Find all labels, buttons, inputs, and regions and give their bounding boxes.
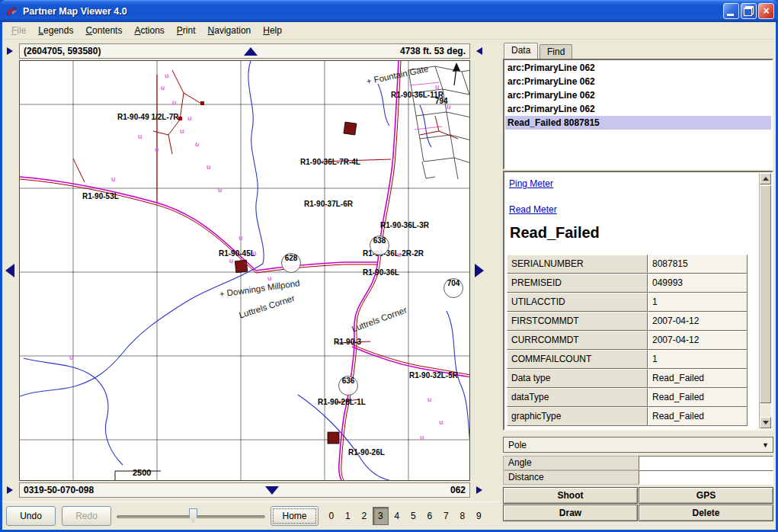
attribute-name: SERIALNUMBER: [507, 255, 648, 274]
triangle-down-icon: [763, 421, 769, 425]
attribute-value: 2007-04-12: [648, 312, 748, 331]
cursor-coordinates: (2604705, 593580): [24, 46, 101, 56]
pan-left-button[interactable]: [5, 264, 14, 277]
service-point-symbol: u: [435, 83, 440, 91]
map-label: R1-90-36L-11R: [391, 91, 443, 99]
page-button-2[interactable]: 2: [356, 507, 373, 525]
pan-corner-bottom-left-button[interactable]: [3, 483, 17, 497]
map-overlay: + Fountain GateR1-90-36L-11R794R1-90-49 …: [20, 61, 469, 480]
service-point-symbol: u: [427, 396, 432, 404]
menu-print[interactable]: Print: [171, 23, 202, 38]
attribute-row: dataTypeRead_Failed: [507, 388, 748, 407]
service-point-symbol: u: [420, 434, 424, 441]
attribute-row: CURRCOMMDT2007-04-12: [507, 331, 748, 350]
service-point-symbol: u: [217, 186, 223, 194]
attribute-value: Read_Failed: [648, 369, 748, 388]
read-meter-link[interactable]: Read Meter: [509, 204, 557, 215]
attribute-row: COMMFAILCOUNT1: [507, 350, 748, 369]
titlebar[interactable]: Partner Map Viewer 4.0 ×: [0, 0, 778, 22]
minimize-button[interactable]: [723, 3, 739, 19]
gps-button[interactable]: GPS: [639, 487, 773, 504]
map-canvas[interactable]: + Fountain GateR1-90-36L-11R794R1-90-49 …: [19, 60, 470, 481]
menu-help[interactable]: Help: [257, 23, 288, 38]
home-button[interactable]: Home: [271, 506, 319, 526]
menu-actions[interactable]: Actions: [128, 23, 170, 38]
attribute-value: 049993: [648, 274, 748, 293]
scale-heading-readout: 4738 ft. 53 deg.: [400, 46, 466, 56]
page-button-9[interactable]: 9: [471, 507, 488, 525]
list-item[interactable]: arc:PrimaryLine 062: [505, 61, 771, 75]
attribute-name: FIRSTCOMMDT: [507, 312, 648, 331]
list-item[interactable]: arc:PrimaryLine 062: [505, 102, 771, 116]
page-button-4[interactable]: 4: [389, 507, 405, 525]
attribute-name: PREMISEID: [507, 274, 648, 293]
menu-navigation[interactable]: Navigation: [202, 23, 258, 38]
redo-button[interactable]: Redo: [62, 506, 111, 526]
app-icon: [6, 5, 18, 18]
service-point-symbol: u: [154, 145, 160, 153]
service-point-symbol: u: [229, 256, 235, 264]
map-label: R1-90-53L: [82, 192, 119, 200]
tab-bar: Data Find: [503, 41, 773, 59]
service-point-symbol: u: [187, 114, 192, 122]
map-label: Luttrels Corner: [238, 293, 296, 320]
map-left-strip: [2, 60, 18, 481]
map-label: Luttrels Corner: [351, 305, 408, 333]
list-item[interactable]: arc:PrimaryLine 062: [505, 75, 771, 88]
pan-down-button[interactable]: [265, 486, 279, 495]
slider-thumb[interactable]: [189, 508, 197, 523]
distance-input[interactable]: [639, 470, 773, 485]
angle-input[interactable]: [639, 456, 773, 470]
attribute-value: Read_Failed: [648, 388, 748, 407]
ping-meter-link[interactable]: Ping Meter: [509, 178, 553, 189]
undo-button[interactable]: Undo: [6, 506, 56, 526]
page-button-1[interactable]: 1: [340, 507, 357, 525]
pole-dropdown[interactable]: Pole ▼: [503, 437, 773, 453]
service-point-symbol: u: [160, 84, 165, 92]
shoot-button[interactable]: Shoot: [503, 487, 638, 504]
map-label: R1-90-3: [334, 338, 361, 346]
pan-up-button[interactable]: [244, 47, 258, 56]
list-item[interactable]: arc:PrimaryLine 062: [505, 88, 771, 102]
attribute-name: CURRCOMMDT: [507, 331, 648, 350]
list-item[interactable]: Read_Failed 8087815: [505, 116, 771, 130]
pan-corner-top-left-button[interactable]: [3, 44, 17, 58]
attribute-name: Data type: [507, 369, 648, 388]
app-window: Partner Map Viewer 4.0 × FileLegendsCont…: [0, 0, 778, 532]
pan-corner-top-right-button[interactable]: [472, 44, 486, 58]
delete-button[interactable]: Delete: [639, 505, 773, 521]
attribute-table: SERIALNUMBER8087815PREMISEID049993UTILAC…: [507, 255, 748, 426]
scroll-down-button[interactable]: [760, 417, 771, 428]
tab-find[interactable]: Find: [539, 44, 572, 59]
pan-corner-bottom-right-button[interactable]: [472, 483, 486, 497]
pan-right-button[interactable]: [475, 264, 484, 277]
page-button-7[interactable]: 7: [438, 507, 455, 525]
close-button[interactable]: ×: [758, 3, 774, 19]
map-label: R1-90-28L-1L: [318, 398, 366, 406]
service-point-symbol: u: [438, 418, 443, 427]
zoom-slider[interactable]: [117, 506, 265, 526]
bottom-toolbar: Undo Redo Home 0123456789: [2, 502, 498, 530]
restore-button[interactable]: [741, 3, 757, 19]
page-button-8[interactable]: 8: [454, 507, 471, 525]
menu-contents[interactable]: Contents: [79, 23, 128, 38]
service-point-symbol: u: [267, 274, 272, 283]
pole-dropdown-value: Pole: [508, 440, 527, 450]
menu-legends[interactable]: Legends: [32, 23, 79, 38]
tab-data[interactable]: Data: [504, 43, 538, 59]
map-label: R1-90-36L-2R-2R: [363, 249, 424, 258]
scrollbar-thumb[interactable]: [760, 185, 771, 403]
draw-button[interactable]: Draw: [503, 505, 638, 521]
map-node-circle: 636: [338, 376, 358, 396]
restore-icon: [744, 6, 754, 16]
map-label: R1-90-26L: [348, 448, 385, 457]
page-button-6[interactable]: 6: [421, 507, 438, 525]
page-button-0[interactable]: 0: [323, 507, 340, 525]
page-button-5[interactable]: 5: [405, 507, 422, 525]
scroll-up-button[interactable]: [760, 173, 771, 184]
distance-field-row: Distance: [503, 470, 773, 485]
detail-scrollbar[interactable]: [759, 173, 771, 428]
page-button-3[interactable]: 3: [373, 507, 389, 525]
service-point-symbol: u: [171, 98, 178, 106]
service-point-symbol: u: [251, 249, 257, 258]
